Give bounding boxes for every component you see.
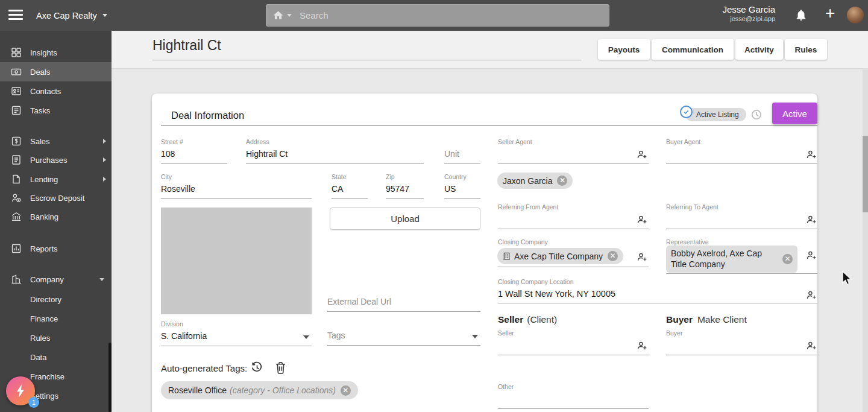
deal-title-input[interactable]: Hightrail Ct bbox=[153, 37, 221, 54]
sidebar-item-contacts[interactable]: Contacts bbox=[0, 81, 112, 101]
seller-value[interactable] bbox=[498, 340, 649, 355]
notifications-bell-icon[interactable] bbox=[794, 8, 808, 22]
sidebar-item-tasks[interactable]: Tasks bbox=[0, 101, 112, 120]
add-referring-to-agent-icon[interactable] bbox=[807, 215, 817, 225]
closing-company-location-label: Closing Company Location bbox=[498, 278, 574, 285]
sidebar-item-directory[interactable]: Directory bbox=[0, 290, 112, 309]
add-seller-agent-icon[interactable] bbox=[637, 150, 647, 160]
tags-history-icon[interactable] bbox=[251, 361, 263, 374]
sidebar-item-banking[interactable]: Banking bbox=[0, 207, 112, 226]
search-scope-chevron-icon[interactable] bbox=[287, 14, 292, 17]
sidebar-item-data[interactable]: Data bbox=[0, 347, 112, 367]
sidebar: Insights Deals Contacts Tasks Sales Purc… bbox=[0, 31, 112, 412]
banking-icon bbox=[11, 211, 22, 222]
remove-tag-icon[interactable]: ✕ bbox=[341, 385, 351, 396]
closing-company-location-value[interactable]: 1 Wall St New York, NY 10005 bbox=[498, 289, 615, 299]
sidebar-item-lending[interactable]: Lending bbox=[0, 170, 112, 189]
seller-agent-label: Seller Agent bbox=[498, 138, 649, 146]
external-deal-url-value[interactable]: External Deal Url bbox=[327, 297, 480, 312]
tags-value[interactable]: Tags bbox=[327, 331, 480, 346]
city-value[interactable]: Roseville bbox=[161, 184, 312, 199]
upload-button[interactable]: Upload bbox=[330, 208, 480, 230]
search-placeholder: Search bbox=[300, 10, 329, 21]
chevron-right-icon bbox=[103, 157, 106, 162]
seller-agent-chip-name: Jaxon Garcia bbox=[503, 176, 552, 186]
representative-chip-name: Bobby Axelrod, Axe Cap Title Company bbox=[671, 249, 778, 270]
add-closing-company-icon[interactable] bbox=[637, 252, 647, 262]
sidebar-item-sales[interactable]: Sales bbox=[0, 132, 112, 151]
reports-icon bbox=[11, 243, 22, 254]
rules-button[interactable]: Rules bbox=[785, 39, 827, 60]
remove-seller-agent-icon[interactable]: ✕ bbox=[557, 176, 567, 186]
top-bar: Axe Cap Realty Search Jesse Garcia jesse… bbox=[0, 0, 868, 31]
main-scrollbar-track[interactable] bbox=[863, 68, 868, 412]
sidebar-item-rules[interactable]: Rules bbox=[0, 328, 112, 347]
company-switcher[interactable]: Axe Cap Realty bbox=[36, 0, 107, 31]
sales-icon bbox=[11, 136, 22, 147]
sidebar-item-label: Escrow Deposit bbox=[30, 194, 84, 203]
division-field[interactable]: Division S. California bbox=[161, 320, 312, 346]
add-representative-icon[interactable] bbox=[807, 250, 817, 261]
closing-company-underline bbox=[498, 267, 649, 267]
sidebar-item-escrow-deposit[interactable]: Escrow Deposit bbox=[0, 188, 112, 208]
sidebar-scrollbar[interactable] bbox=[108, 343, 112, 412]
lightning-bolt-icon bbox=[15, 384, 26, 398]
city-label: City bbox=[161, 173, 312, 181]
state-field: State CA bbox=[332, 173, 368, 199]
communication-button[interactable]: Communication bbox=[652, 39, 734, 60]
state-value[interactable]: CA bbox=[332, 184, 368, 199]
address-label: Address bbox=[246, 138, 424, 146]
sidebar-item-label: Banking bbox=[30, 212, 58, 221]
country-value[interactable]: US bbox=[444, 184, 480, 199]
referring-to-agent-value[interactable] bbox=[666, 214, 817, 229]
address-value[interactable]: Hightrail Ct bbox=[246, 149, 424, 164]
quick-action-fab[interactable]: 1 bbox=[6, 376, 35, 405]
country-label: Country bbox=[444, 173, 480, 181]
sidebar-item-label: Directory bbox=[30, 295, 61, 304]
representative-label: Representative bbox=[666, 238, 709, 246]
activity-button[interactable]: Activity bbox=[735, 39, 783, 60]
division-value[interactable]: S. California bbox=[161, 331, 312, 346]
add-seller-icon[interactable] bbox=[637, 341, 647, 351]
tags-trash-icon[interactable] bbox=[275, 361, 286, 374]
remove-closing-company-icon[interactable]: ✕ bbox=[608, 251, 618, 261]
global-search-input[interactable]: Search bbox=[266, 4, 609, 27]
unit-value[interactable]: Unit bbox=[444, 149, 480, 164]
auto-tag-chip-name: Roseville Office bbox=[168, 385, 227, 395]
active-listing-toggle[interactable] bbox=[680, 106, 693, 118]
payouts-button[interactable]: Payouts bbox=[598, 39, 650, 60]
zip-value[interactable]: 95747 bbox=[386, 184, 424, 199]
sidebar-item-insights[interactable]: Insights bbox=[0, 43, 112, 62]
other-field: Other bbox=[498, 383, 649, 409]
main-scrollbar-thumb[interactable] bbox=[863, 136, 868, 212]
remove-representative-icon[interactable]: ✕ bbox=[782, 254, 793, 264]
escrow-deposit-icon bbox=[11, 192, 22, 203]
auto-generated-tags-label: Auto-generated Tags: bbox=[161, 363, 247, 373]
status-history-icon[interactable] bbox=[751, 109, 762, 120]
sidebar-item-purchases[interactable]: Purchases bbox=[0, 150, 112, 170]
seller-agent-value[interactable] bbox=[498, 149, 649, 164]
street-number-value[interactable]: 108 bbox=[161, 149, 227, 164]
buyer-value[interactable] bbox=[666, 340, 817, 355]
add-location-contact-icon[interactable] bbox=[807, 290, 817, 300]
sidebar-item-reports[interactable]: Reports bbox=[0, 239, 112, 258]
sidebar-item-deals[interactable]: Deals bbox=[0, 62, 112, 81]
sidebar-item-label: Lending bbox=[30, 175, 58, 184]
add-referring-from-agent-icon[interactable] bbox=[637, 215, 647, 225]
add-new-icon[interactable]: + bbox=[825, 4, 835, 23]
sidebar-item-finance[interactable]: Finance bbox=[0, 309, 112, 328]
hamburger-menu-icon[interactable] bbox=[8, 10, 23, 22]
buyer-agent-value[interactable] bbox=[666, 149, 817, 164]
add-buyer-agent-icon[interactable] bbox=[807, 150, 817, 160]
make-client-link[interactable]: Make Client bbox=[697, 314, 747, 325]
referring-to-agent-label: Referring To Agent bbox=[666, 203, 817, 211]
chevron-down-icon bbox=[99, 278, 104, 281]
sidebar-item-company[interactable]: Company bbox=[0, 270, 112, 289]
referring-from-agent-value[interactable] bbox=[498, 214, 649, 229]
add-buyer-icon[interactable] bbox=[807, 341, 817, 351]
other-value[interactable] bbox=[498, 394, 649, 409]
avatar[interactable] bbox=[847, 7, 864, 24]
status-active-button[interactable]: Active bbox=[772, 103, 817, 124]
tags-field[interactable]: Tags bbox=[327, 331, 480, 346]
user-info[interactable]: Jesse Garcia jesse@zipi.app bbox=[722, 4, 775, 23]
